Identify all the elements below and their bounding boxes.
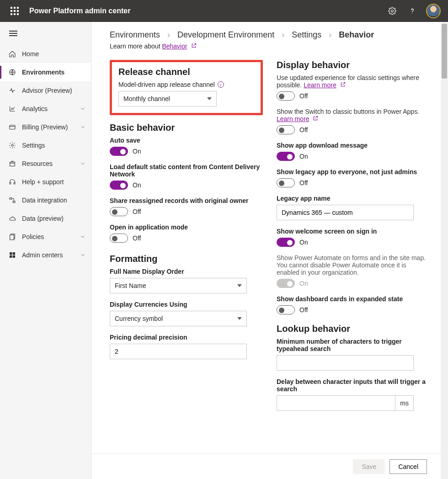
delay-input[interactable] (277, 395, 395, 411)
chart-icon (8, 105, 16, 113)
sidebar-item-label: Data (preview) (22, 215, 64, 222)
min-chars-input[interactable] (277, 355, 414, 371)
legacy-app-all-label: Show legacy app to everyone, not just ad… (277, 168, 430, 176)
welcome-screen-toggle[interactable]: On (277, 238, 430, 247)
sidebar-item-help-support[interactable]: Help + support (0, 173, 91, 191)
settings-gear-icon[interactable] (385, 4, 400, 18)
pricing-precision-input[interactable] (110, 344, 247, 359)
gear-icon (8, 141, 16, 149)
main-content: Environments›Development Environment›Set… (91, 22, 448, 479)
breadcrumb-item[interactable]: Settings (292, 30, 321, 40)
package-icon (8, 160, 16, 168)
sidebar-item-home[interactable]: Home (0, 45, 91, 63)
welcome-screen-label: Show welcome screen on sign in (277, 228, 430, 235)
formatting-heading: Formatting (110, 254, 263, 264)
policy-icon (8, 233, 16, 241)
sidebar-item-label: Settings (22, 142, 45, 149)
cancel-button[interactable]: Cancel (389, 459, 427, 474)
learn-more-text: Learn more about Behavior (110, 43, 430, 50)
sidebar-item-policies[interactable]: Policies (0, 228, 91, 246)
scrollbar[interactable] (441, 22, 448, 479)
learn-more-link[interactable]: Behavior (162, 43, 187, 50)
globe-icon (8, 68, 16, 76)
svg-rect-3 (10, 125, 15, 129)
chevron-right-icon: › (329, 30, 331, 40)
release-channel-label: Model-driven app release channel i (118, 81, 254, 88)
legacy-app-all-toggle[interactable]: Off (277, 178, 430, 187)
user-avatar[interactable] (426, 4, 441, 18)
app-title: Power Platform admin center (29, 7, 130, 15)
svg-point-0 (391, 10, 394, 12)
updated-experience-learn-more[interactable]: Learn more (304, 81, 336, 89)
sidebar-toggle-icon[interactable] (0, 22, 91, 41)
svg-rect-7 (14, 182, 15, 184)
auto-save-label: Auto save (110, 137, 263, 144)
app-launcher-icon[interactable] (7, 4, 22, 18)
svg-rect-8 (10, 198, 12, 199)
power-automate-toggle: On (277, 279, 430, 288)
sidebar-item-label: Advisor (Preview) (22, 87, 72, 94)
sidebar-item-analytics[interactable]: Analytics (0, 100, 91, 118)
footer-actions: Save Cancel (91, 453, 441, 479)
switch-classic-learn-more[interactable]: Learn more (277, 115, 309, 122)
svg-rect-14 (10, 255, 12, 258)
breadcrumb-item: Behavior (339, 30, 374, 40)
legacy-app-name-input[interactable] (277, 205, 414, 220)
dashboard-expanded-toggle[interactable]: Off (277, 305, 430, 314)
pulse-icon (8, 86, 16, 95)
cdn-toggle[interactable]: On (110, 181, 263, 190)
svg-rect-9 (13, 201, 15, 202)
dashboard-expanded-label: Show dashboard cards in expanded state (277, 295, 430, 303)
help-icon[interactable] (405, 4, 420, 18)
share-records-toggle[interactable]: Off (110, 207, 263, 216)
sidebar-item-settings[interactable]: Settings (0, 136, 91, 154)
svg-point-1 (412, 13, 413, 14)
breadcrumb-item[interactable]: Environments (110, 30, 160, 40)
sidebar-item-data-integration[interactable]: Data integration (0, 191, 91, 209)
auto-save-toggle[interactable]: On (110, 147, 263, 156)
global-header: Power Platform admin center (0, 0, 448, 22)
svg-point-4 (11, 144, 13, 146)
sidebar-item-label: Analytics (22, 105, 48, 112)
sidebar-item-label: Environments (22, 69, 64, 76)
sidebar-item-resources[interactable]: Resources (0, 154, 91, 173)
app-download-label: Show app download message (277, 142, 430, 149)
sidebar-item-environments[interactable]: Environments (0, 63, 91, 81)
min-chars-label: Minimum number of characters to trigger … (277, 338, 430, 352)
info-icon[interactable]: i (218, 81, 224, 88)
sidebar-item-label: Data integration (22, 197, 67, 204)
sidebar-item-label: Policies (22, 233, 44, 240)
sidebar: HomeEnvironmentsAdvisor (Preview)Analyti… (0, 22, 91, 479)
power-automate-desc: Show Power Automate on forms and in the … (277, 254, 430, 276)
switch-classic-toggle[interactable]: Off (277, 125, 430, 134)
sidebar-item-data-preview[interactable]: Data (preview) (0, 209, 91, 228)
external-link-icon (191, 43, 197, 48)
sidebar-item-label: Home (22, 50, 39, 58)
breadcrumb-item[interactable]: Development Environment (177, 30, 274, 40)
release-channel-select[interactable]: Monthly channel (118, 91, 217, 106)
svg-rect-15 (13, 255, 15, 258)
chevron-down-icon (80, 161, 85, 166)
chevron-right-icon: › (282, 30, 284, 40)
home-icon (8, 50, 16, 58)
currency-display-select[interactable]: Currency symbol (110, 311, 247, 326)
currency-display-label: Display Currencies Using (110, 301, 263, 308)
dataflow-icon (8, 196, 16, 204)
save-button: Save (353, 459, 385, 474)
open-app-mode-label: Open in application mode (110, 224, 263, 231)
updated-experience-toggle[interactable]: Off (277, 91, 430, 101)
sidebar-item-label: Billing (Preview) (22, 123, 68, 131)
updated-experience-desc: Use updated experience for classic setti… (277, 74, 430, 89)
app-download-toggle[interactable]: On (277, 152, 430, 161)
sidebar-item-label: Admin centers (22, 251, 63, 259)
sidebar-item-admin-centers[interactable]: Admin centers (0, 246, 91, 264)
chevron-down-icon (80, 124, 85, 130)
sidebar-item-advisor-preview[interactable]: Advisor (Preview) (0, 81, 91, 100)
open-app-mode-toggle[interactable]: Off (110, 234, 263, 243)
chevron-down-icon (80, 252, 85, 258)
svg-rect-13 (13, 252, 15, 255)
sidebar-item-label: Help + support (22, 178, 64, 186)
switch-classic-desc: Show the Switch to classic buttons in Po… (277, 108, 430, 122)
fullname-order-select[interactable]: First Name (110, 278, 247, 293)
sidebar-item-billing-preview[interactable]: Billing (Preview) (0, 118, 91, 136)
